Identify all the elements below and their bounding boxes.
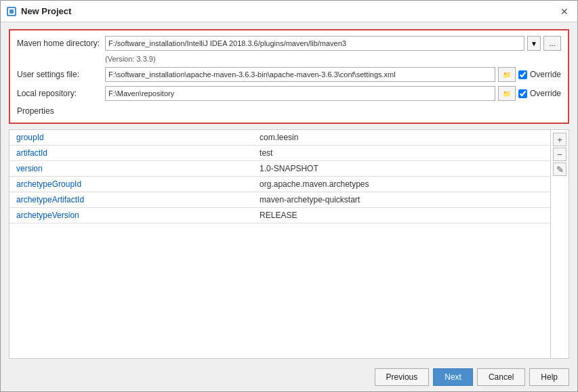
maven-home-label: Maven home directory: — [17, 39, 105, 48]
user-settings-label: User settings file: — [17, 70, 105, 79]
local-repo-label: Local repository: — [17, 89, 105, 98]
property-key: groupId — [9, 130, 253, 146]
table-row[interactable]: groupIdcom.leesin — [9, 130, 550, 146]
local-repo-row: Local repository: 📁 Override — [17, 86, 561, 101]
table-row[interactable]: archetypeVersionRELEASE — [9, 208, 550, 223]
property-key: archetypeArtifactId — [9, 192, 253, 208]
help-button[interactable]: Help — [529, 368, 569, 386]
properties-table-section: groupIdcom.leesinartifactIdtestversion1.… — [9, 129, 569, 359]
properties-section-label: Properties — [17, 105, 561, 117]
property-key: version — [9, 161, 253, 177]
next-button[interactable]: Next — [433, 368, 473, 386]
maven-version-text: (Version: 3.3.9) — [17, 55, 561, 63]
folder-icon: 📁 — [503, 90, 511, 97]
maven-home-dropdown-btn[interactable]: ▼ — [527, 36, 541, 51]
property-key: artifactId — [9, 146, 253, 161]
user-settings-override-checkbox[interactable] — [518, 70, 527, 79]
maven-section: Maven home directory: ▼ … (Version: 3.3.… — [9, 29, 569, 124]
local-repo-browse-btn[interactable]: 📁 — [498, 86, 516, 101]
maven-home-input-group: ▼ … — [105, 36, 561, 51]
user-settings-input-group: 📁 Override — [105, 67, 561, 82]
cancel-button[interactable]: Cancel — [477, 368, 525, 386]
local-repo-override-group: Override — [518, 89, 561, 98]
title-bar: New Project ✕ — [1, 1, 577, 22]
maven-home-input[interactable] — [105, 36, 524, 51]
property-value: test — [253, 146, 550, 161]
user-settings-override-group: Override — [518, 70, 561, 79]
property-value: RELEASE — [253, 208, 550, 223]
table-row[interactable]: archetypeArtifactIdmaven-archetype-quick… — [9, 192, 550, 208]
remove-property-button[interactable]: − — [553, 148, 566, 161]
project-icon — [6, 6, 17, 17]
local-repo-input-group: 📁 Override — [105, 86, 561, 101]
dialog-footer: Previous Next Cancel Help — [1, 363, 577, 391]
property-value: com.leesin — [253, 130, 550, 146]
property-key: archetypeVersion — [9, 208, 253, 223]
user-settings-input[interactable] — [105, 67, 495, 82]
dialog-content: Maven home directory: ▼ … (Version: 3.3.… — [1, 22, 577, 363]
maven-home-row: Maven home directory: ▼ … — [17, 36, 561, 51]
user-settings-browse-btn[interactable]: 📁 — [498, 67, 516, 82]
maven-home-browse-btn[interactable]: … — [543, 36, 561, 51]
user-settings-row: User settings file: 📁 Override — [17, 67, 561, 82]
user-settings-override-label: Override — [530, 70, 561, 79]
local-repo-override-label: Override — [530, 89, 561, 98]
table-toolbar: + − ✎ — [550, 130, 569, 358]
add-property-button[interactable]: + — [553, 133, 566, 146]
property-value: maven-archetype-quickstart — [253, 192, 550, 208]
properties-table: groupIdcom.leesinartifactIdtestversion1.… — [9, 130, 550, 358]
local-repo-input[interactable] — [105, 86, 495, 101]
property-value: 1.0-SNAPSHOT — [253, 161, 550, 177]
previous-button[interactable]: Previous — [375, 368, 430, 386]
svg-rect-2 — [9, 9, 14, 14]
table-row[interactable]: version1.0-SNAPSHOT — [9, 161, 550, 177]
property-key: archetypeGroupId — [9, 177, 253, 192]
prop-table: groupIdcom.leesinartifactIdtestversion1.… — [9, 130, 550, 223]
table-row[interactable]: artifactIdtest — [9, 146, 550, 161]
local-repo-override-checkbox[interactable] — [518, 89, 527, 98]
table-row[interactable]: archetypeGroupIdorg.apache.maven.archety… — [9, 177, 550, 192]
property-value: org.apache.maven.archetypes — [253, 177, 550, 192]
title-bar-left: New Project — [6, 6, 71, 17]
new-project-dialog: New Project ✕ Maven home directory: ▼ … … — [0, 0, 578, 392]
folder-icon: 📁 — [503, 71, 511, 79]
table-with-toolbar: groupIdcom.leesinartifactIdtestversion1.… — [9, 130, 569, 358]
close-button[interactable]: ✕ — [557, 4, 572, 19]
edit-property-button[interactable]: ✎ — [553, 162, 566, 176]
dialog-title: New Project — [21, 6, 71, 16]
